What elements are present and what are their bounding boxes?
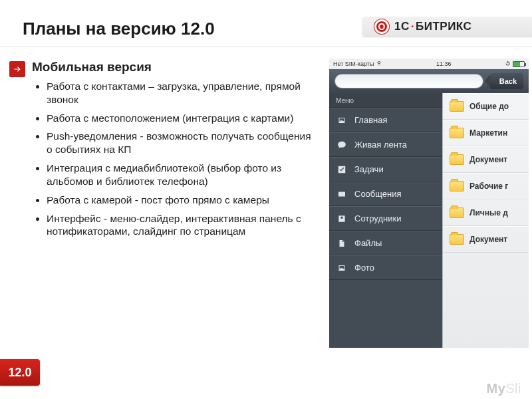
folder-icon: [450, 207, 464, 218]
menu-label: Задачи: [354, 164, 384, 174]
phone-body: Меню Главная Живая лента Задачи Сообщени…: [329, 93, 529, 348]
list-item: Работа с контактами – загрузка, управлен…: [47, 80, 313, 106]
folder-row[interactable]: Личные д: [443, 200, 529, 226]
file-icon: [336, 239, 348, 248]
folder-icon: [450, 234, 464, 245]
title-divider: [0, 47, 532, 47]
side-menu: Меню Главная Живая лента Задачи Сообщени…: [329, 93, 442, 348]
arrow-icon: [9, 61, 25, 77]
brand-text: 1С·БИТРИКС: [394, 20, 471, 33]
list-item: Push-уведомления - возможность получать …: [47, 130, 313, 156]
phone-screenshot: Нет SIM-карты 11:36 Back Меню: [329, 59, 529, 348]
folder-label: Документ: [469, 155, 507, 164]
phone-navbar: Back: [329, 69, 529, 93]
list-item: Работа с местоположением (интеграция с к…: [47, 112, 313, 125]
clock-label: 11:36: [436, 61, 452, 67]
photo-icon: [336, 263, 348, 273]
menu-item-photo[interactable]: Фото: [329, 255, 442, 280]
battery-icon: [513, 61, 525, 67]
menu-item-feed[interactable]: Живая лента: [329, 132, 442, 157]
folder-row[interactable]: Документ: [443, 226, 529, 253]
folder-row[interactable]: Общие до: [443, 93, 529, 120]
person-icon: [336, 214, 348, 223]
image-icon: [336, 116, 348, 125]
menu-label: Фото: [354, 263, 374, 273]
folder-label: Личные д: [469, 208, 508, 217]
back-button[interactable]: Back: [490, 73, 523, 89]
menu-item-staff[interactable]: Сотрудники: [329, 206, 442, 231]
folder-icon: [450, 181, 464, 192]
menu-label: Сообщения: [354, 189, 402, 199]
folder-row[interactable]: Документ: [443, 146, 529, 173]
mail-icon: [336, 190, 348, 199]
brand-right: БИТРИКС: [416, 20, 471, 33]
list-item: Интеграция с медиабиблиотекой (выбор фот…: [47, 162, 313, 188]
menu-item-files[interactable]: Файлы: [329, 231, 442, 255]
folder-icon: [450, 128, 464, 138]
refresh-icon: [505, 61, 511, 68]
menu-item-messages[interactable]: Сообщения: [329, 182, 442, 206]
folder-icon: [450, 154, 464, 165]
search-input[interactable]: [334, 74, 483, 88]
folder-icon: [450, 101, 464, 112]
folder-label: Документ: [469, 235, 507, 244]
brand-mark-icon: О: [374, 19, 389, 34]
menu-label: Живая лента: [354, 140, 407, 150]
menu-label: Сотрудники: [354, 213, 401, 223]
phone-statusbar: Нет SIM-карты 11:36: [329, 59, 529, 69]
folder-label: Маркетин: [469, 128, 507, 138]
menu-label: Файлы: [354, 238, 382, 248]
menu-item-tasks[interactable]: Задачи: [329, 157, 442, 182]
version-badge: 12.0: [0, 359, 40, 386]
menu-label: Главная: [354, 115, 387, 125]
folder-label: Рабочие г: [469, 182, 508, 191]
check-icon: [336, 165, 348, 174]
bullet-list: Работа с контактами – загрузка, управлен…: [47, 80, 313, 243]
brand-left: 1С: [394, 20, 410, 33]
list-item: Интерфейс - меню-слайдер, интерактивная …: [47, 212, 313, 239]
folder-row[interactable]: Маркетин: [443, 120, 529, 146]
brand-strip: О 1С·БИТРИКС: [362, 17, 532, 37]
menu-item-home[interactable]: Главная: [329, 108, 442, 132]
folder-row[interactable]: Рабочие г: [443, 173, 529, 200]
folder-label: Общие до: [469, 102, 509, 111]
section-subtitle: Мобильная версия: [32, 60, 152, 74]
slide: О 1С·БИТРИКС Планы на версию 12.0 Мобиль…: [0, 0, 532, 399]
carrier-label: Нет SIM-карты: [333, 61, 374, 67]
menu-header: Меню: [329, 93, 442, 108]
watermark: MySli: [486, 381, 521, 396]
wifi-icon: [376, 61, 382, 67]
back-label: Back: [499, 77, 517, 85]
chat-icon: [336, 140, 348, 150]
slide-title: Планы на версию 12.0: [23, 19, 215, 39]
folder-list: Общие до Маркетин Документ Рабочие г Лич…: [442, 93, 529, 348]
list-item: Работа с камерой - пост фото прямо с кам…: [47, 194, 313, 207]
watermark-b: Sli: [505, 381, 521, 396]
watermark-a: My: [486, 381, 505, 396]
